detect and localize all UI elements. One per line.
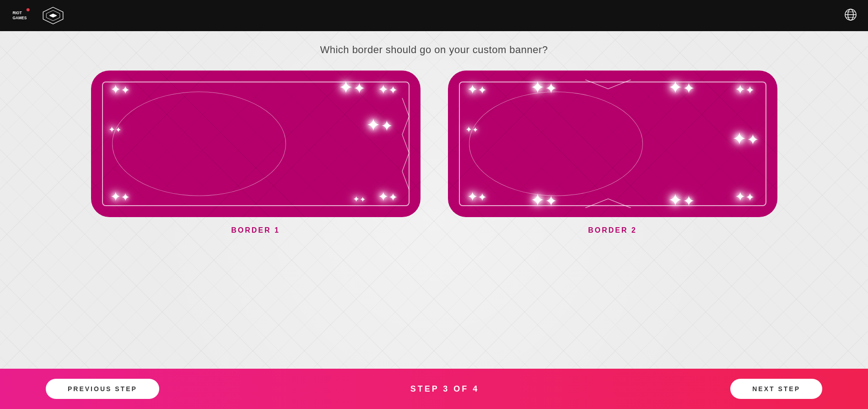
sparkle-8: ✦ xyxy=(378,191,398,203)
sparkle-9: ✦ xyxy=(467,83,487,96)
sparkle-13: ✦ xyxy=(465,125,478,134)
previous-step-button[interactable]: PREVIOUS STEP xyxy=(46,379,159,399)
sparkle-11: ✦ xyxy=(668,79,695,96)
globe-button[interactable] xyxy=(844,8,857,23)
sparkle-1: ✦ xyxy=(110,83,130,96)
border-frame-2 xyxy=(459,82,766,206)
sparkle-15: ✦ xyxy=(467,191,487,203)
sparkle-5: ✦ xyxy=(366,116,393,134)
border-option-4[interactable]: ✦ xyxy=(448,253,777,299)
svg-marker-6 xyxy=(49,14,57,18)
sparkle-12: ✦ xyxy=(735,83,755,96)
main-content: Which border should go on your custom ba… xyxy=(0,31,868,409)
border-option-1[interactable]: ✦ ✦ ✦ ✦ ✦ ✦ ✦ ✦ BORDER 1 xyxy=(91,71,421,234)
sparkle-14: ✦ xyxy=(732,130,759,147)
footer-bar: PREVIOUS STEP STEP 3 OF 4 NEXT STEP xyxy=(0,369,868,409)
sparkle-2: ✦ xyxy=(339,79,366,96)
border-card-2[interactable]: ✦ ✦ ✦ ✦ ✦ ✦ ✦ ✦ ✦ ✦ xyxy=(448,71,777,217)
sparkle-10: ✦ xyxy=(530,79,557,96)
border-label-1: BORDER 1 xyxy=(231,226,280,234)
sparkle-16: ✦ xyxy=(530,191,557,209)
border-option-3[interactable]: ✦ xyxy=(91,253,421,299)
svg-text:GAMES: GAMES xyxy=(12,16,27,20)
valorant-logo xyxy=(42,6,64,25)
border-card-1[interactable]: ✦ ✦ ✦ ✦ ✦ ✦ ✦ ✦ xyxy=(91,71,421,217)
svg-point-3 xyxy=(27,8,30,11)
sparkle-4: ✦ xyxy=(108,125,121,134)
riot-games-logo: RIOT GAMES xyxy=(11,5,31,26)
sparkle-3: ✦ xyxy=(378,83,398,96)
border-frame-1 xyxy=(102,82,410,206)
riot-logo-box: RIOT GAMES xyxy=(11,5,31,26)
sparkle-17: ✦ xyxy=(668,191,695,209)
sparkle-6: ✦ xyxy=(110,191,130,203)
border-label-2: BORDER 2 xyxy=(588,226,637,234)
border-option-2[interactable]: ✦ ✦ ✦ ✦ ✦ ✦ ✦ ✦ ✦ ✦ BORDER 2 xyxy=(448,71,777,234)
sparkle-7: ✦ xyxy=(353,195,366,203)
borders-grid: ✦ ✦ ✦ ✦ ✦ ✦ ✦ ✦ BORDER 1 xyxy=(91,71,777,234)
page-question: Which border should go on your custom ba… xyxy=(320,44,548,56)
svg-text:RIOT: RIOT xyxy=(12,11,22,15)
header: RIOT GAMES xyxy=(0,0,868,31)
next-step-button[interactable]: NEXT STEP xyxy=(730,379,822,399)
partial-borders-row: ✦ ✦ xyxy=(91,253,777,299)
sparkle-18: ✦ xyxy=(735,191,755,203)
step-indicator: STEP 3 OF 4 xyxy=(410,384,480,394)
header-left: RIOT GAMES xyxy=(11,5,64,26)
